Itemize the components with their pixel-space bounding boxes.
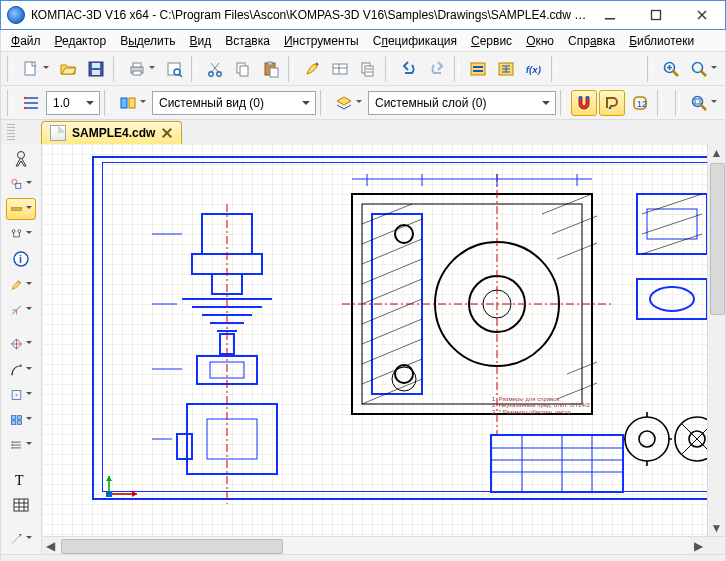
paste-button[interactable]: [258, 56, 284, 82]
scale-combo[interactable]: 1.0: [46, 91, 100, 115]
tool-info[interactable]: i: [6, 249, 36, 270]
tab-sample4[interactable]: SAMPLE4.cdw: [41, 121, 182, 144]
svg-point-57: [11, 447, 12, 448]
menu-file-label: айл: [20, 34, 40, 48]
menu-edit[interactable]: Редактор: [49, 32, 113, 50]
library-manager-button[interactable]: [465, 56, 491, 82]
variables-button[interactable]: [493, 56, 519, 82]
layer-combo[interactable]: Системный слой (0): [368, 91, 556, 115]
menu-help[interactable]: Справка: [562, 32, 621, 50]
drawing-canvas[interactable]: 1. Размеры для справок. 2. Неуказанные п…: [42, 144, 707, 536]
svg-rect-17: [270, 68, 278, 77]
save-button[interactable]: [83, 56, 109, 82]
tab-close-icon[interactable]: [161, 127, 173, 139]
menu-select-label: делить: [137, 34, 176, 48]
zoom-fit-button[interactable]: [686, 90, 721, 116]
svg-point-84: [675, 417, 707, 461]
close-button[interactable]: [679, 1, 725, 29]
views-button[interactable]: [115, 90, 150, 116]
svg-rect-53: [11, 421, 15, 425]
svg-rect-1: [652, 11, 661, 20]
style-button[interactable]: [18, 90, 44, 116]
scroll-up-icon[interactable]: ▲: [708, 144, 725, 161]
scroll-left-icon[interactable]: ◀: [42, 537, 59, 554]
tool-table[interactable]: [6, 494, 36, 515]
menu-file[interactable]: Файл: [5, 32, 47, 50]
zoom-in-button[interactable]: [658, 56, 684, 82]
tool-parametrize[interactable]: [6, 299, 36, 320]
tool-measure[interactable]: [6, 334, 36, 355]
tool-auxline[interactable]: [6, 529, 36, 550]
new-button[interactable]: [18, 56, 53, 82]
print-button[interactable]: [124, 56, 159, 82]
menu-insert-label: вка: [251, 34, 270, 48]
copy-button[interactable]: [230, 56, 256, 82]
format-painter-button[interactable]: [299, 56, 325, 82]
svg-point-43: [12, 230, 15, 233]
tool-geometry[interactable]: [6, 173, 36, 194]
tool-list[interactable]: [6, 435, 36, 456]
redo-button[interactable]: [424, 56, 450, 82]
undo-button[interactable]: [396, 56, 422, 82]
scroll-track[interactable]: [59, 537, 690, 554]
tool-arc[interactable]: [6, 359, 36, 380]
layers-button[interactable]: [331, 90, 366, 116]
svg-point-12: [217, 71, 221, 75]
svg-rect-66: [187, 404, 277, 474]
parametric-toggle[interactable]: [599, 90, 625, 116]
svg-point-50: [16, 394, 18, 396]
svg-rect-4: [92, 63, 100, 68]
fx-button[interactable]: f(x): [521, 56, 547, 82]
tool-text[interactable]: T: [6, 469, 36, 490]
workarea: i T: [0, 144, 726, 555]
view-toolbar: 1.0 Системный вид (0) Системный слой (0)…: [0, 86, 726, 120]
menubar: Файл Редактор Выделить Вид Вставка Инстр…: [0, 30, 726, 52]
tool-pointer[interactable]: [6, 148, 36, 169]
view-combo[interactable]: Системный вид (0): [152, 91, 316, 115]
rounding-button[interactable]: 12: [627, 90, 653, 116]
menu-libs[interactable]: Библиотеки: [623, 32, 700, 50]
scroll-down-icon[interactable]: ▼: [708, 519, 725, 536]
svg-rect-51: [11, 416, 15, 420]
vertical-scrollbar[interactable]: ▲ ▼: [707, 144, 725, 536]
magnet-toggle[interactable]: [571, 90, 597, 116]
grip[interactable]: [7, 56, 14, 82]
document-tabs: SAMPLE4.cdw: [0, 120, 726, 144]
menu-select[interactable]: Выделить: [114, 32, 181, 50]
cut-button[interactable]: [202, 56, 228, 82]
svg-rect-54: [17, 421, 21, 425]
properties-button[interactable]: [327, 56, 353, 82]
scroll-thumb[interactable]: [61, 539, 283, 554]
copy-properties-button[interactable]: [355, 56, 381, 82]
tool-symbols[interactable]: [6, 224, 36, 245]
scroll-right-icon[interactable]: ▶: [690, 537, 707, 554]
tab-grip[interactable]: [7, 124, 15, 140]
svg-rect-16: [268, 62, 272, 65]
svg-rect-5: [92, 70, 100, 75]
open-button[interactable]: [55, 56, 81, 82]
grip[interactable]: [7, 90, 14, 116]
minimize-button[interactable]: [587, 1, 633, 29]
menu-insert[interactable]: Вставка: [219, 32, 276, 50]
svg-point-28: [24, 96, 26, 98]
menu-view[interactable]: Вид: [184, 32, 218, 50]
scroll-track[interactable]: [708, 161, 725, 519]
menu-window[interactable]: Окно: [520, 32, 560, 50]
horizontal-scrollbar[interactable]: ◀ ▶: [42, 536, 725, 554]
scroll-thumb[interactable]: [710, 163, 725, 315]
tool-dimension[interactable]: [6, 198, 36, 219]
menu-spec[interactable]: Спецификация: [367, 32, 463, 50]
print-preview-button[interactable]: [161, 56, 187, 82]
svg-rect-68: [177, 434, 192, 459]
maximize-button[interactable]: [633, 1, 679, 29]
menu-tools[interactable]: Инструменты: [278, 32, 365, 50]
tool-edit[interactable]: [6, 274, 36, 295]
svg-text:12: 12: [637, 98, 647, 108]
zoom-scale-button[interactable]: [686, 56, 721, 82]
tool-grid[interactable]: [6, 409, 36, 430]
svg-rect-31: [129, 98, 135, 108]
menu-service[interactable]: Сервис: [465, 32, 518, 50]
tool-box[interactable]: [6, 384, 36, 405]
svg-rect-23: [473, 70, 483, 72]
svg-rect-7: [133, 63, 141, 67]
